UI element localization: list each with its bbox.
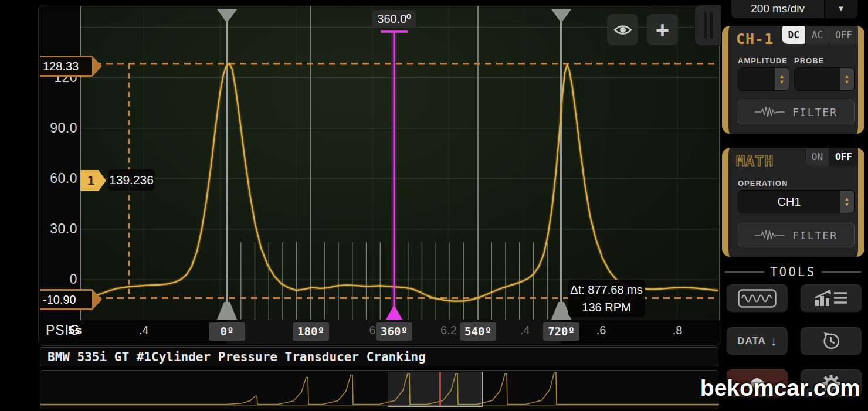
coupling-off-button[interactable]: OFF	[829, 26, 858, 44]
filter-label: FILTER	[792, 106, 838, 118]
eye-icon	[613, 22, 633, 38]
measurements-tool-button[interactable]	[800, 284, 862, 313]
time-tick: .6	[596, 324, 606, 337]
y-tick-90: 90.0	[41, 120, 77, 136]
app-root: 120 90.0 60.0 30.0 0 128.33 -10.90 1 139…	[0, 0, 868, 411]
degree-label-180[interactable]: 180º	[293, 322, 329, 341]
overview-window[interactable]	[388, 372, 483, 407]
history-clock-icon	[822, 332, 840, 351]
operation-select[interactable]: CH1 ▲▼	[738, 190, 855, 213]
amplitude-label: AMPLITUDE	[738, 56, 788, 65]
time-tick: .4	[139, 324, 149, 337]
math-on-button[interactable]: ON	[805, 148, 829, 166]
chart-stats-icon	[814, 289, 848, 308]
filter-wavelet-icon	[755, 229, 785, 242]
channel-1-panel: CH-1 DC AC OFF AMPLITUDE PROBE ▲▼ ▲▼ FIL…	[722, 26, 864, 134]
watermark: bekomcar.com	[700, 375, 860, 401]
waveform-icon	[738, 289, 777, 308]
degree-label-360[interactable]: 360º	[376, 322, 412, 341]
tools-title: TOOLS	[770, 265, 816, 279]
delta-measurement-box: Δt: 877.68 ms 136 RPM	[568, 280, 645, 317]
degree-cursor-gray[interactable]	[551, 9, 571, 320]
math-title: MATH	[736, 152, 774, 169]
stepper-arrows-icon[interactable]: ▲▼	[840, 191, 854, 213]
amplitude-stepper[interactable]: ▲▼	[738, 67, 789, 91]
history-button[interactable]	[800, 327, 862, 355]
data-export-button[interactable]: DATA ↓	[726, 327, 788, 355]
degree-label-720[interactable]: 720º	[543, 322, 579, 341]
overview-waveform-canvas	[40, 371, 719, 409]
visibility-button[interactable]	[607, 14, 638, 45]
waveform-tool-button[interactable]	[726, 284, 788, 313]
delta-t-value: Δt: 877.68 ms	[568, 281, 645, 298]
tools-header: TOOLS	[725, 265, 861, 279]
time-tick-start: 5s	[68, 323, 82, 337]
overview-playhead[interactable]	[439, 372, 441, 406]
time-tick: .8	[673, 324, 683, 337]
pressure-waveform-canvas[interactable]	[80, 6, 718, 320]
rpm-value: 136 RPM	[568, 298, 645, 316]
time-tick: 6	[369, 324, 375, 337]
math-off-button[interactable]: OFF	[829, 148, 858, 166]
operation-label: OPERATION	[738, 179, 788, 188]
degree-label-0[interactable]: 0º	[209, 322, 245, 341]
channel-1-filter-button[interactable]: FILTER	[738, 100, 855, 124]
y-tick-60: 60.0	[41, 171, 77, 186]
probe-value	[795, 68, 840, 90]
degree-cursor-label[interactable]: 360.0º	[372, 10, 416, 28]
degree-label-540[interactable]: 540º	[460, 322, 496, 341]
coupling-dc-button[interactable]: DC	[782, 26, 805, 44]
coupling-segmented-control: DC AC OFF	[782, 26, 858, 44]
stepper-arrows-icon[interactable]: ▲▼	[840, 68, 854, 90]
cursor-min-tag[interactable]: -10.90	[40, 289, 92, 310]
side-drawer-handle[interactable]	[694, 5, 721, 46]
math-state-control: ON OFF	[805, 148, 858, 166]
probe-label: PROBE	[794, 56, 824, 65]
amplitude-value	[738, 68, 775, 90]
channel-1-title: CH-1	[736, 30, 774, 47]
probe-stepper[interactable]: ▲▼	[794, 67, 855, 91]
time-tick: .4	[520, 324, 530, 337]
add-channel-button[interactable]: +	[647, 14, 678, 45]
y-tick-30: 30.0	[41, 221, 77, 237]
time-tick: 6.2	[440, 324, 457, 337]
coupling-ac-button[interactable]: AC	[805, 26, 829, 44]
math-filter-button[interactable]: FILTER	[738, 223, 855, 247]
math-panel: MATH ON OFF OPERATION CH1 ▲▼ FILTER	[722, 148, 864, 257]
timebase-value: 200 ms/div	[731, 0, 824, 18]
y-tick-0: 0	[41, 271, 77, 287]
operation-value: CH1	[738, 191, 840, 213]
recording-title-bar[interactable]: BMW 535i GT #1Cylinder Pressure Transduc…	[40, 347, 718, 366]
filter-wavelet-icon	[755, 106, 785, 118]
cursor-max-tag[interactable]: 128.33	[40, 56, 92, 77]
timebase-selector[interactable]: 200 ms/div ▼	[731, 0, 858, 19]
cursor-delta-value: 139.236	[108, 169, 155, 191]
overview-strip[interactable]	[40, 370, 718, 409]
degree-cursor-magenta[interactable]	[381, 32, 408, 320]
download-arrow-icon: ↓	[771, 334, 777, 349]
x-axis-strip: PSIG 5s .4 6 6.2 .4 .6 .8 0º 180º 360º 5…	[39, 320, 720, 344]
data-label: DATA	[737, 335, 766, 347]
stepper-arrows-icon[interactable]: ▲▼	[775, 68, 789, 90]
plus-icon: +	[656, 18, 669, 42]
chevron-down-icon[interactable]: ▼	[824, 0, 857, 18]
filter-label: FILTER	[792, 229, 838, 242]
